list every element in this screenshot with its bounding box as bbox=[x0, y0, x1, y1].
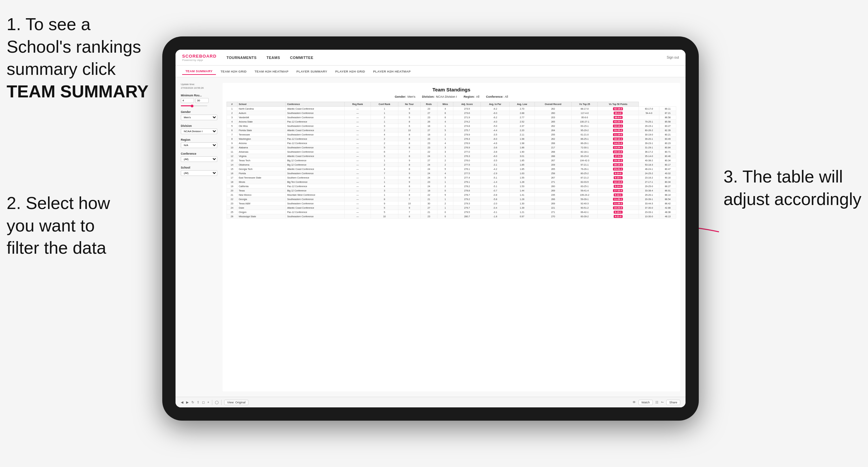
table-cell: 279.7 bbox=[453, 206, 481, 210]
table-cell: 8 bbox=[398, 214, 421, 219]
table-cell: 276.3 bbox=[453, 137, 481, 141]
table-cell: 258 bbox=[534, 171, 571, 176]
watch-button[interactable]: Watch bbox=[639, 400, 653, 405]
table-cell: 11-28-3 bbox=[598, 201, 639, 206]
table-cell: 1.44 bbox=[509, 188, 534, 193]
forward-icon[interactable]: ▶ bbox=[186, 400, 189, 404]
grid-icon[interactable]: ☷ bbox=[655, 400, 658, 404]
tab-team-summary[interactable]: TEAM SUMMARY bbox=[182, 68, 216, 75]
table-cell: 279.5 bbox=[453, 210, 481, 214]
eye-icon[interactable]: 👁 bbox=[632, 400, 636, 404]
table-cell: 39-20-1 bbox=[639, 137, 659, 141]
table-cell: 1.90 bbox=[509, 150, 534, 154]
table-row: 16FloridaSoutheastern Conference—7924427… bbox=[227, 171, 676, 176]
clock-icon[interactable]: ◯ bbox=[215, 400, 219, 404]
table-cell: 273.5 bbox=[453, 107, 481, 111]
table-cell: -4.2 bbox=[481, 167, 510, 171]
filter-division-select[interactable]: NCAA Division I bbox=[181, 128, 217, 134]
table-cell: Atlantic Coast Conference bbox=[286, 128, 345, 132]
table-cell: 18-12-1 bbox=[598, 137, 639, 141]
table-cell: 268 bbox=[534, 141, 571, 146]
table-cell: 1.85 bbox=[509, 167, 534, 171]
filter-min-input[interactable] bbox=[181, 98, 194, 103]
table-cell: 9 bbox=[371, 201, 398, 206]
table-cell: Southeastern Conference bbox=[286, 115, 345, 120]
table-cell: -4.6 bbox=[481, 141, 510, 146]
table-cell: 2 bbox=[371, 128, 398, 132]
reload-icon[interactable]: ↻ bbox=[191, 400, 194, 404]
table-cell: 2.11 bbox=[509, 132, 534, 137]
table-cell: 262 bbox=[534, 107, 571, 111]
table-cell: Southeastern Conference bbox=[286, 197, 345, 201]
table-cell: 1 bbox=[437, 180, 453, 184]
table-cell: 40.02 bbox=[659, 171, 676, 176]
table-cell: Florida bbox=[237, 171, 285, 176]
table-cell: — bbox=[345, 176, 371, 180]
table-cell: 23 bbox=[227, 201, 238, 206]
table-cell: Oklahoma bbox=[237, 163, 285, 167]
table-cell: 17-33-4 bbox=[598, 188, 639, 193]
tab-team-h2h-grid[interactable]: TEAM H2H GRID bbox=[217, 68, 250, 74]
tab-player-h2h-heatmap[interactable]: PLAYER H2H HEATMAP bbox=[370, 68, 414, 74]
table-cell: 90-51-2 bbox=[571, 206, 598, 210]
table-cell: — bbox=[345, 171, 371, 176]
table-cell: 88.42 bbox=[659, 201, 676, 206]
share-button[interactable]: Share bbox=[666, 400, 680, 405]
table-cell: 4 bbox=[227, 120, 238, 124]
nav-tournaments[interactable]: TOURNAMENTS bbox=[226, 54, 257, 61]
table-cell: 18 bbox=[227, 180, 238, 184]
table-cell: Arkansas bbox=[237, 150, 285, 154]
bookmark-icon[interactable]: ◻ bbox=[202, 400, 205, 404]
table-cell: 15 bbox=[227, 167, 238, 171]
table-cell: — bbox=[345, 132, 371, 137]
add-tab-icon[interactable]: + bbox=[207, 400, 209, 404]
back-icon[interactable]: ◀ bbox=[181, 400, 183, 404]
table-row: 20TexasBig 12 Conference—37180278.8-0.71… bbox=[227, 188, 676, 193]
table-cell: 265 bbox=[534, 120, 571, 124]
sign-out-button[interactable]: Sign out bbox=[666, 56, 679, 59]
table-cell: 1 bbox=[437, 137, 453, 141]
table-cell: 10 bbox=[227, 146, 238, 150]
table-cell: 1.41 bbox=[509, 193, 534, 197]
table-cell: Auburn bbox=[237, 111, 285, 115]
filter-school-select[interactable]: (All) bbox=[181, 170, 217, 176]
filter-region-select[interactable]: N/A bbox=[181, 143, 217, 148]
table-cell: 23 bbox=[421, 214, 437, 219]
table-cell: 83-25-1 bbox=[571, 184, 598, 188]
filter-gender-select[interactable]: Men's bbox=[181, 115, 217, 120]
table-cell: 9 bbox=[398, 107, 421, 111]
table-cell: 13 bbox=[227, 158, 238, 163]
table-row: 14OklahomaBig 12 Conference—28242277.5-3… bbox=[227, 163, 676, 167]
table-cell: 40-38-2 bbox=[639, 158, 659, 163]
section-title: Team Standings bbox=[226, 87, 676, 92]
table-cell: 27 bbox=[421, 206, 437, 210]
table-cell: 6 bbox=[437, 111, 453, 115]
table-cell: — bbox=[345, 137, 371, 141]
slider-thumb[interactable] bbox=[191, 105, 193, 107]
filter-conference-select[interactable]: (All) bbox=[181, 156, 217, 162]
nav-committee[interactable]: COMMITTEE bbox=[290, 54, 314, 61]
tab-player-summary[interactable]: PLAYER SUMMARY bbox=[293, 68, 331, 74]
table-cell: -3.8 bbox=[481, 150, 510, 154]
tab-player-h2h-grid[interactable]: PLAYER H2H GRID bbox=[332, 68, 368, 74]
table-cell: 29-15-1 bbox=[639, 124, 659, 128]
table-cell: 264 bbox=[534, 128, 571, 132]
filter-max-input[interactable] bbox=[195, 98, 209, 103]
table-cell: Pac-12 Conference bbox=[286, 210, 345, 214]
view-original-button[interactable]: View: Original bbox=[224, 400, 248, 405]
table-cell: 11-29-1 bbox=[598, 197, 639, 201]
table-cell: 266 bbox=[534, 197, 571, 201]
top-nav: SCOREBOARD Powered by clippi TOURNAMENTS… bbox=[176, 50, 685, 66]
slider-track[interactable] bbox=[181, 105, 207, 106]
table-cell: 5 bbox=[371, 206, 398, 210]
table-cell: 6 bbox=[227, 128, 238, 132]
table-cell: — bbox=[345, 120, 371, 124]
share-icon[interactable]: ↼ bbox=[661, 400, 664, 404]
share-small-icon[interactable]: ⇧ bbox=[197, 400, 199, 404]
table-cell: 80.17 bbox=[659, 163, 676, 167]
filters-row: Gender: Men's Division: NCAA Division I … bbox=[226, 95, 676, 98]
tab-team-h2h-heatmap[interactable]: TEAM H2H HEATMAP bbox=[251, 68, 292, 74]
nav-teams[interactable]: TEAMS bbox=[267, 54, 280, 61]
table-cell: 117-4-0 bbox=[571, 111, 598, 115]
table-cell: Washington bbox=[237, 137, 285, 141]
